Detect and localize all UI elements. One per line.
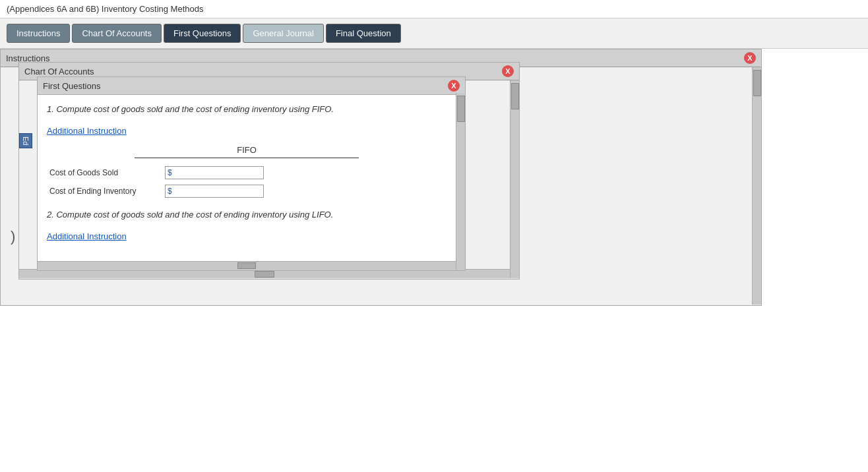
first-questions-scroll-thumb xyxy=(457,96,465,122)
dollar-sign-2: $ xyxy=(168,187,172,196)
cost-of-ending-inventory-input-wrap: $ xyxy=(165,185,264,198)
additional-instruction-link-2[interactable]: Additional Instruction xyxy=(47,231,447,241)
first-questions-title: First Questions xyxy=(43,81,100,91)
cost-of-ending-inventory-row: Cost of Ending Inventory $ xyxy=(47,185,447,198)
chart-scroll-thumb-v xyxy=(511,83,519,109)
tab-general-journal[interactable]: General Journal xyxy=(243,24,324,43)
panels-wrapper: Instructions X Chart Of Accounts X Ed xyxy=(0,49,868,378)
first-questions-scrollbar[interactable] xyxy=(456,93,465,270)
instructions-close-button[interactable]: X xyxy=(744,52,756,64)
tab-first-questions[interactable]: First Questions xyxy=(164,24,241,43)
tab-bar: Instructions Chart Of Accounts First Que… xyxy=(0,18,868,49)
first-questions-scrollbar-bottom[interactable] xyxy=(38,261,456,270)
page-title: (Appendices 6A and 6B) Inventory Costing… xyxy=(0,0,868,18)
cost-of-goods-sold-input-wrap: $ xyxy=(165,166,264,179)
dollar-sign-1: $ xyxy=(168,168,172,177)
cost-of-goods-sold-row: Cost of Goods Sold $ xyxy=(47,166,447,179)
instructions-scrollbar-right[interactable] xyxy=(752,67,761,305)
chart-scrollbar-right[interactable] xyxy=(510,80,519,278)
chart-scroll-thumb-h xyxy=(255,271,274,278)
first-questions-header: First Questions X xyxy=(38,77,465,95)
panel-first-questions: First Questions X 1. Compute cost of goo… xyxy=(37,76,466,271)
first-questions-close-button[interactable]: X xyxy=(448,80,460,92)
ed-button[interactable]: Ed xyxy=(19,133,32,148)
tab-instructions[interactable]: Instructions xyxy=(7,24,70,43)
first-questions-scroll-thumb-h xyxy=(237,262,256,269)
cost-of-ending-inventory-label: Cost of Ending Inventory xyxy=(49,187,165,196)
cost-of-goods-sold-label: Cost of Goods Sold xyxy=(49,168,165,177)
fifo-title: FIFO xyxy=(135,145,359,158)
cost-of-ending-inventory-input[interactable] xyxy=(165,185,264,198)
chart-of-accounts-close-button[interactable]: X xyxy=(502,65,514,77)
question-2-section: 2. Compute cost of goods sold and the co… xyxy=(47,208,447,241)
tab-final-question[interactable]: Final Question xyxy=(326,24,401,43)
question-2-text: 2. Compute cost of goods sold and the co… xyxy=(47,208,447,222)
cost-of-goods-sold-input[interactable] xyxy=(165,166,264,179)
additional-instruction-link-1[interactable]: Additional Instruction xyxy=(47,126,447,136)
left-paren: ) xyxy=(11,228,15,245)
fifo-section: FIFO Cost of Goods Sold $ Cost of Ending… xyxy=(47,145,447,198)
chart-of-accounts-title: Chart Of Accounts xyxy=(24,67,94,76)
question-1-text: 1. Compute cost of goods sold and the co… xyxy=(47,103,447,117)
first-questions-body: 1. Compute cost of goods sold and the co… xyxy=(38,95,465,261)
instructions-scroll-thumb xyxy=(753,70,761,96)
tab-chart-of-accounts[interactable]: Chart Of Accounts xyxy=(72,24,162,43)
